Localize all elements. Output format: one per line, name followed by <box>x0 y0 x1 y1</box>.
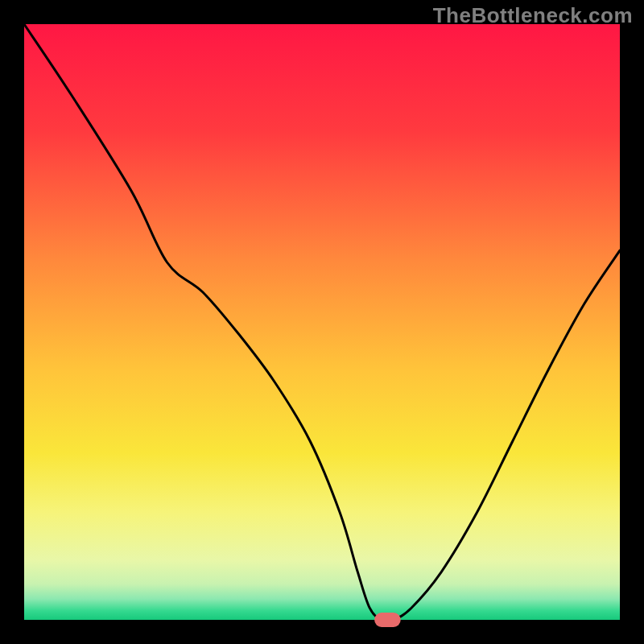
gradient-background <box>24 24 620 620</box>
chart-frame: TheBottleneck.com <box>0 0 644 644</box>
watermark-text: TheBottleneck.com <box>433 3 633 28</box>
optimal-marker <box>374 613 401 627</box>
bottleneck-chart <box>0 0 644 644</box>
